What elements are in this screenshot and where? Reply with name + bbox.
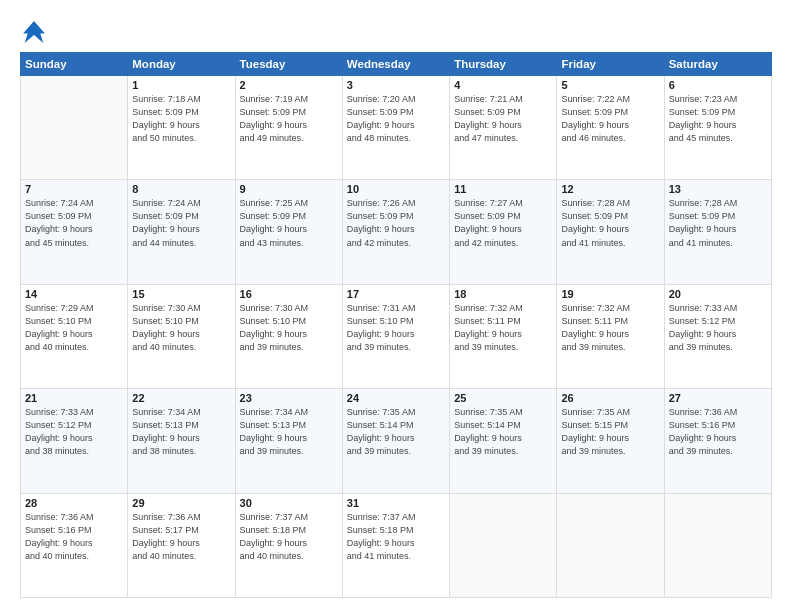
calendar-cell: 15Sunrise: 7:30 AM Sunset: 5:10 PM Dayli…	[128, 284, 235, 388]
calendar-cell: 5Sunrise: 7:22 AM Sunset: 5:09 PM Daylig…	[557, 76, 664, 180]
day-info: Sunrise: 7:18 AM Sunset: 5:09 PM Dayligh…	[132, 93, 230, 145]
calendar-cell: 8Sunrise: 7:24 AM Sunset: 5:09 PM Daylig…	[128, 180, 235, 284]
day-info: Sunrise: 7:36 AM Sunset: 5:17 PM Dayligh…	[132, 511, 230, 563]
day-number: 10	[347, 183, 445, 195]
day-number: 5	[561, 79, 659, 91]
day-number: 15	[132, 288, 230, 300]
calendar-cell: 10Sunrise: 7:26 AM Sunset: 5:09 PM Dayli…	[342, 180, 449, 284]
day-info: Sunrise: 7:37 AM Sunset: 5:18 PM Dayligh…	[240, 511, 338, 563]
day-number: 25	[454, 392, 552, 404]
day-info: Sunrise: 7:24 AM Sunset: 5:09 PM Dayligh…	[132, 197, 230, 249]
day-info: Sunrise: 7:36 AM Sunset: 5:16 PM Dayligh…	[669, 406, 767, 458]
calendar-cell: 13Sunrise: 7:28 AM Sunset: 5:09 PM Dayli…	[664, 180, 771, 284]
day-info: Sunrise: 7:35 AM Sunset: 5:14 PM Dayligh…	[347, 406, 445, 458]
calendar-cell: 6Sunrise: 7:23 AM Sunset: 5:09 PM Daylig…	[664, 76, 771, 180]
day-info: Sunrise: 7:22 AM Sunset: 5:09 PM Dayligh…	[561, 93, 659, 145]
day-number: 29	[132, 497, 230, 509]
day-info: Sunrise: 7:25 AM Sunset: 5:09 PM Dayligh…	[240, 197, 338, 249]
week-row-1: 1Sunrise: 7:18 AM Sunset: 5:09 PM Daylig…	[21, 76, 772, 180]
day-number: 26	[561, 392, 659, 404]
calendar-cell: 16Sunrise: 7:30 AM Sunset: 5:10 PM Dayli…	[235, 284, 342, 388]
day-number: 21	[25, 392, 123, 404]
calendar-cell: 25Sunrise: 7:35 AM Sunset: 5:14 PM Dayli…	[450, 389, 557, 493]
day-number: 28	[25, 497, 123, 509]
day-info: Sunrise: 7:32 AM Sunset: 5:11 PM Dayligh…	[561, 302, 659, 354]
day-number: 1	[132, 79, 230, 91]
week-row-3: 14Sunrise: 7:29 AM Sunset: 5:10 PM Dayli…	[21, 284, 772, 388]
day-info: Sunrise: 7:34 AM Sunset: 5:13 PM Dayligh…	[132, 406, 230, 458]
calendar-cell: 2Sunrise: 7:19 AM Sunset: 5:09 PM Daylig…	[235, 76, 342, 180]
day-info: Sunrise: 7:35 AM Sunset: 5:15 PM Dayligh…	[561, 406, 659, 458]
logo-icon	[20, 18, 48, 46]
logo	[20, 18, 52, 46]
day-info: Sunrise: 7:27 AM Sunset: 5:09 PM Dayligh…	[454, 197, 552, 249]
day-info: Sunrise: 7:28 AM Sunset: 5:09 PM Dayligh…	[669, 197, 767, 249]
calendar-cell: 4Sunrise: 7:21 AM Sunset: 5:09 PM Daylig…	[450, 76, 557, 180]
day-number: 31	[347, 497, 445, 509]
week-row-2: 7Sunrise: 7:24 AM Sunset: 5:09 PM Daylig…	[21, 180, 772, 284]
day-number: 13	[669, 183, 767, 195]
day-info: Sunrise: 7:37 AM Sunset: 5:18 PM Dayligh…	[347, 511, 445, 563]
calendar-cell: 17Sunrise: 7:31 AM Sunset: 5:10 PM Dayli…	[342, 284, 449, 388]
day-info: Sunrise: 7:30 AM Sunset: 5:10 PM Dayligh…	[240, 302, 338, 354]
day-info: Sunrise: 7:23 AM Sunset: 5:09 PM Dayligh…	[669, 93, 767, 145]
day-info: Sunrise: 7:28 AM Sunset: 5:09 PM Dayligh…	[561, 197, 659, 249]
weekday-sunday: Sunday	[21, 53, 128, 76]
calendar-cell: 1Sunrise: 7:18 AM Sunset: 5:09 PM Daylig…	[128, 76, 235, 180]
calendar-cell: 24Sunrise: 7:35 AM Sunset: 5:14 PM Dayli…	[342, 389, 449, 493]
weekday-monday: Monday	[128, 53, 235, 76]
calendar-cell: 7Sunrise: 7:24 AM Sunset: 5:09 PM Daylig…	[21, 180, 128, 284]
day-number: 22	[132, 392, 230, 404]
calendar-cell	[21, 76, 128, 180]
day-number: 8	[132, 183, 230, 195]
calendar-cell: 20Sunrise: 7:33 AM Sunset: 5:12 PM Dayli…	[664, 284, 771, 388]
day-info: Sunrise: 7:34 AM Sunset: 5:13 PM Dayligh…	[240, 406, 338, 458]
calendar-cell: 9Sunrise: 7:25 AM Sunset: 5:09 PM Daylig…	[235, 180, 342, 284]
day-info: Sunrise: 7:26 AM Sunset: 5:09 PM Dayligh…	[347, 197, 445, 249]
day-number: 6	[669, 79, 767, 91]
calendar-cell: 22Sunrise: 7:34 AM Sunset: 5:13 PM Dayli…	[128, 389, 235, 493]
day-number: 12	[561, 183, 659, 195]
calendar-cell: 29Sunrise: 7:36 AM Sunset: 5:17 PM Dayli…	[128, 493, 235, 597]
day-info: Sunrise: 7:19 AM Sunset: 5:09 PM Dayligh…	[240, 93, 338, 145]
calendar-cell	[557, 493, 664, 597]
day-info: Sunrise: 7:33 AM Sunset: 5:12 PM Dayligh…	[669, 302, 767, 354]
day-number: 23	[240, 392, 338, 404]
day-info: Sunrise: 7:30 AM Sunset: 5:10 PM Dayligh…	[132, 302, 230, 354]
day-number: 17	[347, 288, 445, 300]
day-info: Sunrise: 7:21 AM Sunset: 5:09 PM Dayligh…	[454, 93, 552, 145]
day-number: 4	[454, 79, 552, 91]
day-info: Sunrise: 7:33 AM Sunset: 5:12 PM Dayligh…	[25, 406, 123, 458]
calendar-cell	[450, 493, 557, 597]
header	[20, 18, 772, 46]
calendar-cell: 18Sunrise: 7:32 AM Sunset: 5:11 PM Dayli…	[450, 284, 557, 388]
day-number: 20	[669, 288, 767, 300]
day-number: 19	[561, 288, 659, 300]
calendar-cell: 11Sunrise: 7:27 AM Sunset: 5:09 PM Dayli…	[450, 180, 557, 284]
calendar-cell: 21Sunrise: 7:33 AM Sunset: 5:12 PM Dayli…	[21, 389, 128, 493]
day-number: 18	[454, 288, 552, 300]
calendar-cell: 12Sunrise: 7:28 AM Sunset: 5:09 PM Dayli…	[557, 180, 664, 284]
calendar-cell: 23Sunrise: 7:34 AM Sunset: 5:13 PM Dayli…	[235, 389, 342, 493]
calendar-cell: 27Sunrise: 7:36 AM Sunset: 5:16 PM Dayli…	[664, 389, 771, 493]
calendar-cell: 3Sunrise: 7:20 AM Sunset: 5:09 PM Daylig…	[342, 76, 449, 180]
weekday-thursday: Thursday	[450, 53, 557, 76]
day-info: Sunrise: 7:29 AM Sunset: 5:10 PM Dayligh…	[25, 302, 123, 354]
day-info: Sunrise: 7:20 AM Sunset: 5:09 PM Dayligh…	[347, 93, 445, 145]
svg-marker-0	[23, 21, 45, 43]
day-number: 7	[25, 183, 123, 195]
calendar-cell	[664, 493, 771, 597]
calendar-cell: 28Sunrise: 7:36 AM Sunset: 5:16 PM Dayli…	[21, 493, 128, 597]
day-info: Sunrise: 7:31 AM Sunset: 5:10 PM Dayligh…	[347, 302, 445, 354]
day-info: Sunrise: 7:35 AM Sunset: 5:14 PM Dayligh…	[454, 406, 552, 458]
calendar-table: SundayMondayTuesdayWednesdayThursdayFrid…	[20, 52, 772, 598]
weekday-tuesday: Tuesday	[235, 53, 342, 76]
day-number: 3	[347, 79, 445, 91]
weekday-saturday: Saturday	[664, 53, 771, 76]
day-info: Sunrise: 7:36 AM Sunset: 5:16 PM Dayligh…	[25, 511, 123, 563]
day-info: Sunrise: 7:24 AM Sunset: 5:09 PM Dayligh…	[25, 197, 123, 249]
weekday-friday: Friday	[557, 53, 664, 76]
day-number: 27	[669, 392, 767, 404]
week-row-5: 28Sunrise: 7:36 AM Sunset: 5:16 PM Dayli…	[21, 493, 772, 597]
day-number: 9	[240, 183, 338, 195]
